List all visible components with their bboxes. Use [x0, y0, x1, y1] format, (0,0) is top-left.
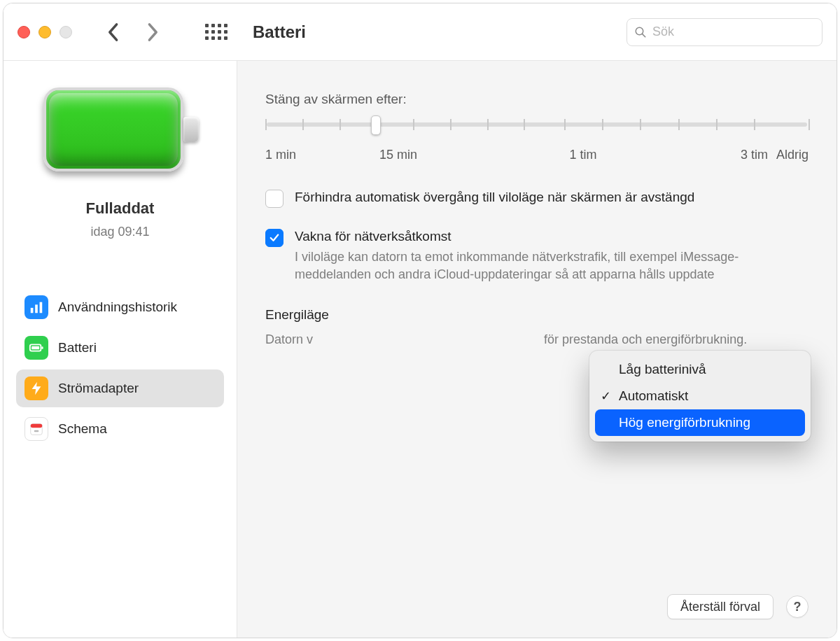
sidebar-item-label: Batteri: [58, 340, 97, 355]
slider-tick: [302, 119, 304, 130]
help-button[interactable]: ?: [786, 596, 808, 618]
energy-mode-option-automatic[interactable]: ✓ Automatiskt: [595, 383, 805, 409]
popup-item-label: Automatiskt: [619, 388, 688, 404]
energy-mode-desc: Datorn v för prestanda och energiförbruk…: [265, 332, 808, 347]
slider-label: Aldrig: [776, 148, 808, 162]
display-sleep-label: Stäng av skärmen efter:: [265, 92, 808, 107]
svg-rect-6: [31, 346, 39, 350]
slider-label: 3 tim: [741, 148, 768, 162]
svg-line-1: [643, 34, 645, 36]
sidebar-items: Användningshistorik Batteri Strömadapter: [16, 288, 224, 448]
zoom-window-button: [59, 26, 72, 38]
wake-for-network-checkbox[interactable]: [265, 229, 284, 247]
slider-tick: [564, 119, 566, 130]
close-window-button[interactable]: [18, 26, 30, 38]
chevron-left-icon: [106, 22, 119, 42]
wake-for-network-desc: I viloläge kan datorn ta emot inkommande…: [295, 248, 799, 283]
svg-rect-2: [31, 308, 34, 313]
popup-item-label: Låg batterinivå: [619, 362, 706, 377]
back-button[interactable]: [100, 20, 125, 45]
grid-icon: [205, 24, 227, 40]
energy-mode-option-high[interactable]: Hög energiförbrukning: [595, 409, 805, 436]
search-icon: [634, 25, 647, 39]
sidebar-item-usage-history[interactable]: Användningshistorik: [16, 288, 224, 326]
slider-tick: [678, 119, 680, 130]
preferences-window: Batteri Fulladdat idag 09:41 Användnings…: [3, 3, 837, 638]
sidebar-item-label: Strömadapter: [58, 381, 139, 396]
bar-chart-icon: [24, 295, 48, 319]
slider-tick: [265, 119, 267, 130]
slider-tick: [413, 119, 414, 130]
traffic-lights: [18, 26, 72, 38]
minimize-window-button[interactable]: [38, 26, 51, 38]
sidebar-item-label: Schema: [58, 421, 107, 437]
battery-status-title: Fulladdat: [86, 199, 155, 218]
slider-tick: [754, 119, 755, 130]
slider-tick: [716, 119, 718, 130]
slider-label: 1 min: [265, 148, 296, 162]
energy-mode-row: Energiläge Datorn v för prestanda och en…: [265, 307, 808, 347]
check-icon: ✓: [601, 388, 611, 404]
prevent-sleep-row: Förhindra automatisk övergång till vilol…: [265, 190, 808, 208]
slider-tick: [340, 119, 341, 130]
popup-item-label: Hög energiförbrukning: [619, 415, 750, 430]
content-pane: Stäng av skärmen efter: 1 min15 min1 tim…: [237, 61, 836, 638]
slider-label: 15 min: [379, 148, 417, 162]
svg-rect-3: [35, 304, 38, 313]
slider-tick: [487, 119, 489, 130]
slider-track: [267, 122, 807, 127]
prevent-sleep-checkbox[interactable]: [265, 190, 284, 208]
slider-tick: [808, 119, 810, 130]
svg-rect-9: [31, 424, 43, 428]
search-input[interactable]: [652, 24, 815, 39]
slider-thumb[interactable]: [371, 115, 381, 135]
battery-status-time: idag 09:41: [90, 225, 149, 239]
sidebar-item-label: Användningshistorik: [58, 300, 177, 315]
check-icon: [268, 232, 281, 244]
calendar-icon: [24, 417, 48, 441]
wake-for-network-row: Vakna för nätverksåtkomst I viloläge kan…: [265, 229, 808, 283]
wake-for-network-label: Vakna för nätverksåtkomst: [295, 229, 799, 244]
display-sleep-slider[interactable]: [265, 115, 808, 143]
svg-rect-10: [34, 430, 38, 432]
bolt-icon: [24, 376, 48, 400]
energy-mode-label: Energiläge: [265, 307, 329, 322]
show-all-button[interactable]: [202, 18, 230, 46]
window-body: Fulladdat idag 09:41 Användningshistorik…: [4, 61, 836, 638]
restore-defaults-button[interactable]: Återställ förval: [667, 594, 774, 619]
slider-tick: [640, 119, 641, 130]
window-title: Batteri: [253, 22, 306, 42]
toolbar: Batteri: [4, 3, 836, 61]
slider-label: 1 tim: [569, 148, 596, 162]
forward-button: [141, 20, 166, 45]
sidebar-item-battery[interactable]: Batteri: [16, 329, 224, 367]
slider-tick: [602, 119, 603, 130]
energy-mode-popup[interactable]: Låg batterinivå ✓ Automatiskt Hög energi…: [589, 351, 811, 442]
battery-icon: [24, 336, 48, 360]
prevent-sleep-label: Förhindra automatisk övergång till vilol…: [295, 190, 694, 205]
slider-labels: 1 min15 min1 tim3 timAldrig: [265, 148, 808, 169]
sidebar-item-power-adapter[interactable]: Strömadapter: [16, 369, 224, 407]
footer: Återställ förval ?: [667, 594, 808, 619]
svg-rect-4: [40, 302, 43, 314]
svg-rect-7: [41, 346, 43, 349]
slider-tick: [524, 119, 525, 130]
battery-illustration: [43, 87, 197, 171]
slider-tick: [450, 119, 451, 130]
search-field[interactable]: [626, 18, 822, 46]
sidebar-item-schedule[interactable]: Schema: [16, 410, 224, 448]
chevron-right-icon: [147, 22, 160, 42]
sidebar: Fulladdat idag 09:41 Användningshistorik…: [4, 61, 237, 638]
energy-mode-option-low[interactable]: Låg batterinivå: [595, 356, 805, 383]
